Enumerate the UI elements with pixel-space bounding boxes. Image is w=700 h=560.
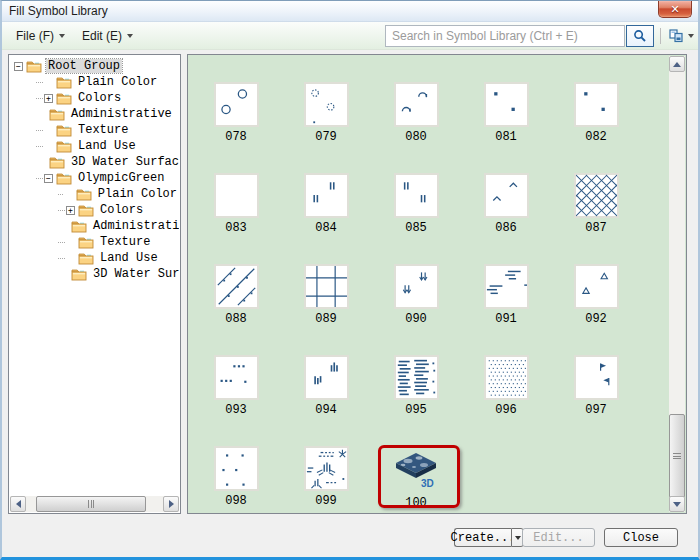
tree-item-land-use[interactable]: Land Use	[10, 250, 179, 266]
symbol-tile-092[interactable]	[574, 264, 619, 309]
tree-item-plain-color[interactable]: Plain Color	[10, 186, 179, 202]
main-area: − Root Group Plain Color+ Colors Adminis…	[2, 51, 698, 557]
tree-expander-minus-icon[interactable]: −	[44, 174, 53, 183]
symbol-pattern-grid-lines-icon	[306, 264, 347, 309]
scroll-up-button[interactable]	[669, 56, 685, 72]
symbol-tile-094[interactable]	[304, 355, 349, 400]
tree-item-root-group[interactable]: − Root Group	[10, 58, 179, 74]
symbol-tile-100[interactable]: 3D	[394, 446, 439, 493]
symbol-tile-096[interactable]	[484, 355, 529, 400]
tree-item-texture[interactable]: Texture	[10, 234, 179, 250]
symbol-pattern-vertical-bars-icon	[306, 355, 347, 400]
tree-connector	[36, 130, 43, 131]
close-button[interactable]: Close	[604, 528, 678, 547]
symbol-pattern-chevrons-icon	[486, 173, 527, 218]
tree-item-colors[interactable]: + Colors	[10, 202, 179, 218]
titlebar: Fill Symbol Library ✕	[2, 1, 698, 22]
tree-expander-minus-icon[interactable]: −	[14, 62, 23, 71]
symbol-cell-090: 090	[371, 257, 461, 348]
scroll-left-button[interactable]	[10, 496, 26, 512]
symbol-label: 089	[315, 312, 337, 326]
scrollbar-thumb[interactable]	[669, 414, 685, 498]
symbol-pattern-double-bars-b-icon	[396, 173, 437, 218]
symbol-cell-085: 085	[371, 166, 461, 257]
tree-item-label: 3D Water Surfac	[91, 267, 179, 281]
scroll-down-button[interactable]	[669, 496, 685, 512]
tree-connector	[58, 194, 63, 195]
tree-item-label: Administrative	[91, 219, 179, 233]
tree-item-administrative-col[interactable]: Administrative Col	[10, 106, 179, 122]
tree-item-olympicgreen[interactable]: − OlympicGreen	[10, 170, 179, 186]
symbol-label: 099	[315, 494, 337, 508]
symbol-tile-084[interactable]	[304, 173, 349, 218]
arrow-right-icon	[169, 500, 174, 508]
tree-item-plain-color[interactable]: Plain Color	[10, 74, 179, 90]
symbol-tile-091[interactable]	[484, 264, 529, 309]
tree-item-colors[interactable]: + Colors	[10, 90, 179, 106]
tree-item-land-use[interactable]: Land Use	[10, 138, 179, 154]
create-button[interactable]: Create...	[454, 528, 511, 547]
tree-item-label: Land Use	[98, 251, 160, 265]
folder-icon	[56, 140, 72, 153]
symbol-label: 090	[405, 312, 427, 326]
symbol-pattern-diagonal-lines-icon	[216, 264, 257, 309]
symbol-label: 084	[315, 221, 337, 235]
symbol-tile-090[interactable]	[394, 264, 439, 309]
symbol-label: 080	[405, 130, 427, 144]
tree-expander-plus-icon[interactable]: +	[44, 94, 53, 103]
search-input[interactable]	[385, 25, 625, 47]
scrollbar-thumb[interactable]	[36, 496, 146, 512]
symbol-tile-093[interactable]	[214, 355, 259, 400]
symbol-tile-079[interactable]	[304, 82, 349, 127]
arrow-down-icon	[673, 502, 681, 507]
scroll-right-button[interactable]	[163, 496, 179, 512]
symbol-cell-082: 082	[551, 75, 641, 166]
symbol-tile-089[interactable]	[304, 264, 349, 309]
tree-item-3d-water-surface[interactable]: 3D Water Surface	[10, 154, 179, 170]
close-icon: ✕	[670, 4, 679, 15]
symbol-tile-081[interactable]	[484, 82, 529, 127]
edit-button[interactable]: Edit...	[522, 528, 595, 547]
symbol-tile-083[interactable]	[214, 173, 259, 218]
symbol-tile-095[interactable]	[394, 355, 439, 400]
symbol-tile-085[interactable]	[394, 173, 439, 218]
folder-icon	[78, 252, 94, 265]
symbol-pattern-triangles-icon	[576, 264, 617, 309]
symbol-tile-078[interactable]	[214, 82, 259, 127]
chevron-down-icon	[515, 536, 521, 540]
symbol-tile-097[interactable]	[574, 355, 619, 400]
tree-item-texture[interactable]: Texture	[10, 122, 179, 138]
symbol-pattern-sparse-dots-icon	[216, 446, 257, 491]
group-tree-panel: − Root Group Plain Color+ Colors Adminis…	[8, 54, 181, 514]
symbol-tile-082[interactable]	[574, 82, 619, 127]
folder-icon	[49, 108, 65, 121]
symbol-tile-088[interactable]	[214, 264, 259, 309]
search-button[interactable]	[626, 25, 654, 47]
tree-connector	[36, 146, 43, 147]
close-window-button[interactable]: ✕	[658, 1, 692, 18]
symbol-label: 085	[405, 221, 427, 235]
symbol-cell-093: 093	[191, 348, 281, 439]
symbol-pattern-dense-dashes-icon	[396, 355, 437, 400]
symbol-pattern-crosshatch-icon	[576, 173, 617, 218]
symbol-tile-080[interactable]	[394, 82, 439, 127]
symbol-pattern-two-circles-icon	[216, 82, 257, 127]
symbol-tile-087[interactable]	[574, 173, 619, 218]
tree-expander-plus-icon[interactable]: +	[66, 206, 75, 215]
symbol-pattern-marsh-icon	[306, 446, 347, 491]
symbol-tile-086[interactable]	[484, 173, 529, 218]
tree-horizontal-scrollbar[interactable]	[10, 496, 179, 512]
symbol-tile-099[interactable]	[304, 446, 349, 491]
view-mode-button[interactable]	[665, 25, 697, 47]
tree-item-administrative[interactable]: Administrative	[10, 218, 179, 234]
tree-connector	[36, 98, 43, 99]
menu-edit[interactable]: Edit (E)	[76, 26, 139, 46]
folder-icon	[56, 124, 72, 137]
symbol-label: 094	[315, 403, 337, 417]
tree-item-3d-water-surfac[interactable]: 3D Water Surfac	[10, 266, 179, 282]
close-button-label: Close	[623, 531, 659, 545]
symbol-cell-091: 091	[461, 257, 551, 348]
symbol-tile-098[interactable]	[214, 446, 259, 491]
symbols-vertical-scrollbar[interactable]	[669, 56, 685, 512]
menu-file[interactable]: File (F)	[10, 26, 71, 46]
